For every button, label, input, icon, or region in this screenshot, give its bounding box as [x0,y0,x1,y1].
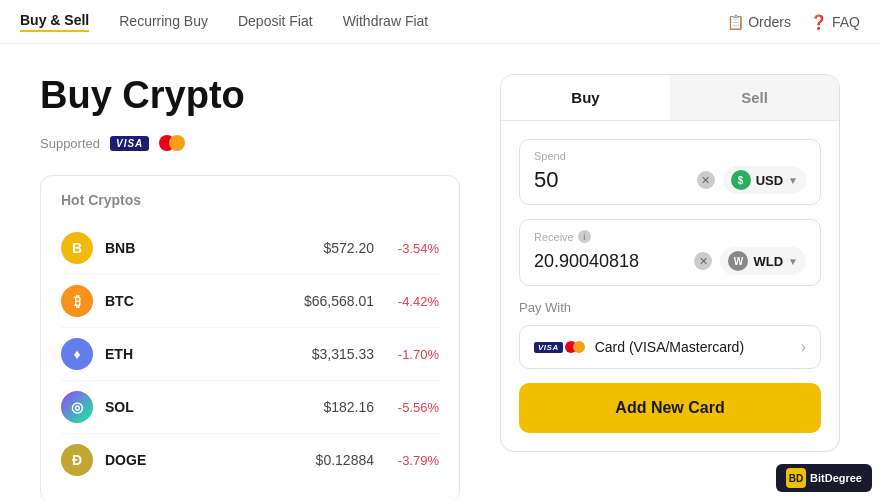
spend-clear-button[interactable]: ✕ [697,171,715,189]
usd-selector[interactable]: $ USD ▼ [723,166,806,194]
wld-selector[interactable]: W WLD ▼ [720,247,806,275]
buy-sell-tabs: Buy Sell [501,75,839,121]
orders-icon: 📋 [727,14,743,30]
pay-with-section: Pay With VISA Card (VISA/Mastercard) › [519,300,821,369]
sol-name: SOL [105,399,284,415]
spend-value[interactable]: 50 [534,167,697,193]
sell-tab[interactable]: Sell [670,75,839,120]
nav-link-buy-sell[interactable]: Buy & Sell [20,12,89,32]
hot-cryptos-card: Hot Cryptos B BNB $572.20 -3.54% ₿ BTC $… [40,175,460,500]
mc-sm-orange [573,341,585,353]
receive-value[interactable]: 20.90040818 [534,251,694,272]
crypto-row-bnb[interactable]: B BNB $572.20 -3.54% [61,222,439,275]
mastercard-badge [159,135,185,151]
orders-button[interactable]: 📋 Orders [727,14,791,30]
crypto-row-btc[interactable]: ₿ BTC $66,568.01 -4.42% [61,275,439,328]
faq-label: FAQ [832,14,860,30]
receive-info-icon[interactable]: i [578,230,591,243]
wld-chevron: ▼ [788,256,798,267]
usd-chevron: ▼ [788,175,798,186]
receive-label-text: Receive [534,231,574,243]
card-body: Spend 50 ✕ $ USD ▼ [501,121,839,451]
eth-change: -1.70% [374,347,439,362]
btc-change: -4.42% [374,294,439,309]
faq-button[interactable]: ❓ FAQ [811,14,860,30]
eth-price: $3,315.33 [284,346,374,362]
nav-link-deposit-fiat[interactable]: Deposit Fiat [238,13,313,31]
watermark-brand: BitDegree [810,472,862,484]
eth-icon: ♦ [61,338,93,370]
pay-method-arrow: › [801,338,806,356]
wld-icon: W [728,251,748,271]
sol-change: -5.56% [374,400,439,415]
usd-icon: $ [731,170,751,190]
left-panel: Buy Crypto Supported VISA Hot Cryptos B … [40,74,460,470]
visa-mc-icon: VISA [534,341,585,353]
receive-field-group: Receive i 20.90040818 ✕ W WLD ▼ [519,219,821,286]
navigation: Buy & Sell Recurring Buy Deposit Fiat Wi… [0,0,880,44]
spend-field-row: 50 ✕ $ USD ▼ [534,166,806,194]
btc-price: $66,568.01 [284,293,374,309]
crypto-row-sol[interactable]: ◎ SOL $182.16 -5.56% [61,381,439,434]
nav-right: 📋 Orders ❓ FAQ [727,14,860,30]
supported-label: Supported [40,136,100,151]
pay-method-name: Card (VISA/Mastercard) [595,339,791,355]
add-card-button[interactable]: Add New Card [519,383,821,433]
spend-label: Spend [534,150,806,162]
sol-price: $182.16 [284,399,374,415]
crypto-row-doge[interactable]: Ð DOGE $0.12884 -3.79% [61,434,439,486]
right-panel: Buy Sell Spend 50 ✕ $ USD [500,74,840,470]
nav-link-recurring-buy[interactable]: Recurring Buy [119,13,208,31]
receive-field-row: 20.90040818 ✕ W WLD ▼ [534,247,806,275]
page-title: Buy Crypto [40,74,460,117]
receive-clear-button[interactable]: ✕ [694,252,712,270]
receive-label: Receive i [534,230,806,243]
crypto-row-eth[interactable]: ♦ ETH $3,315.33 -1.70% [61,328,439,381]
wld-label: WLD [753,254,783,269]
faq-icon: ❓ [811,14,827,30]
spend-field-group: Spend 50 ✕ $ USD ▼ [519,139,821,205]
btc-icon: ₿ [61,285,93,317]
watermark: BD BitDegree [776,464,872,492]
main-content: Buy Crypto Supported VISA Hot Cryptos B … [0,44,880,500]
nav-links: Buy & Sell Recurring Buy Deposit Fiat Wi… [20,12,428,32]
doge-price: $0.12884 [284,452,374,468]
bnb-name: BNB [105,240,284,256]
doge-change: -3.79% [374,453,439,468]
pay-with-label: Pay With [519,300,821,315]
hot-cryptos-title: Hot Cryptos [61,192,439,208]
buy-sell-card: Buy Sell Spend 50 ✕ $ USD [500,74,840,452]
bnb-price: $572.20 [284,240,374,256]
doge-icon: Ð [61,444,93,476]
mc-small-badge [565,341,585,353]
orders-label: Orders [748,14,791,30]
supported-row: Supported VISA [40,135,460,151]
btc-name: BTC [105,293,284,309]
spend-controls: ✕ $ USD ▼ [697,166,806,194]
sol-icon: ◎ [61,391,93,423]
mc-orange-circle [169,135,185,151]
visa-badge: VISA [110,136,149,151]
receive-controls: ✕ W WLD ▼ [694,247,806,275]
bnb-change: -3.54% [374,241,439,256]
usd-label: USD [756,173,783,188]
buy-tab[interactable]: Buy [501,75,670,120]
bnb-icon: B [61,232,93,264]
pay-method-row[interactable]: VISA Card (VISA/Mastercard) › [519,325,821,369]
bitdegree-icon: BD [786,468,806,488]
nav-link-withdraw-fiat[interactable]: Withdraw Fiat [343,13,429,31]
eth-name: ETH [105,346,284,362]
visa-small-badge: VISA [534,342,563,353]
spend-label-text: Spend [534,150,566,162]
doge-name: DOGE [105,452,284,468]
